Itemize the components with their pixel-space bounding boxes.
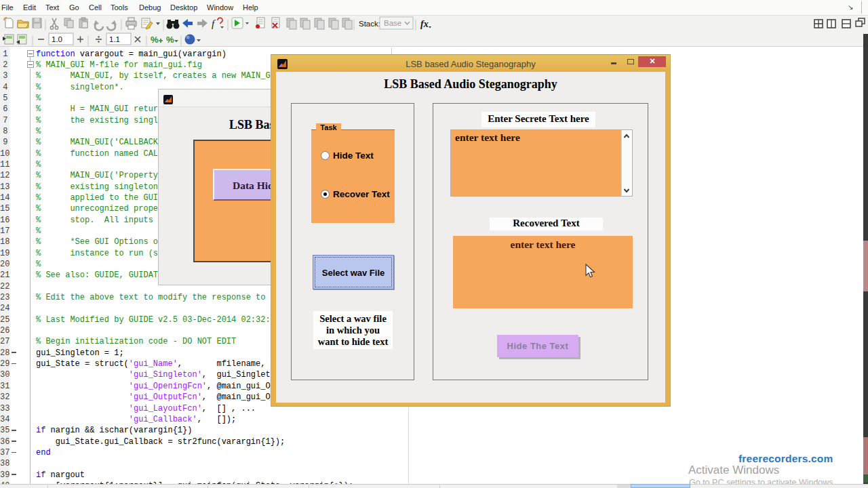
svg-text:%: % (166, 35, 174, 45)
svg-text:f: f (212, 18, 216, 29)
svg-text:1.0: 1.0 (52, 35, 62, 43)
svg-text:Base: Base (384, 19, 401, 27)
svg-text:1.1: 1.1 (109, 35, 120, 43)
svg-text:fx: fx (420, 19, 429, 29)
svg-text:Stack:: Stack: (359, 20, 380, 28)
svg-text:%: % (151, 35, 159, 45)
